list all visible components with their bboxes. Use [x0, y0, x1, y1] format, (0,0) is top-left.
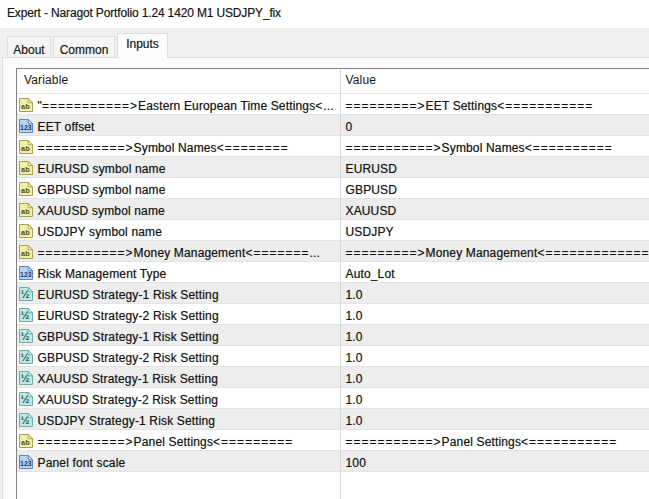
svg-text:123: 123 — [20, 460, 32, 467]
svg-text:½: ½ — [21, 288, 30, 300]
svg-text:½: ½ — [21, 414, 30, 426]
svg-text:½: ½ — [21, 393, 30, 405]
svg-text:ab: ab — [21, 438, 30, 447]
svg-text:½: ½ — [21, 309, 30, 321]
svg-text:½: ½ — [21, 330, 30, 342]
svg-text:ab: ab — [21, 144, 30, 153]
svg-text:ab: ab — [21, 249, 30, 258]
svg-text:½: ½ — [21, 351, 30, 363]
svg-text:ab: ab — [21, 186, 30, 195]
svg-text:ab: ab — [21, 228, 30, 237]
svg-text:ab: ab — [21, 207, 30, 216]
svg-text:ab: ab — [21, 102, 30, 111]
svg-text:123: 123 — [20, 271, 32, 278]
svg-text:½: ½ — [21, 372, 30, 384]
svg-text:ab: ab — [21, 165, 30, 174]
svg-text:123: 123 — [20, 124, 32, 131]
